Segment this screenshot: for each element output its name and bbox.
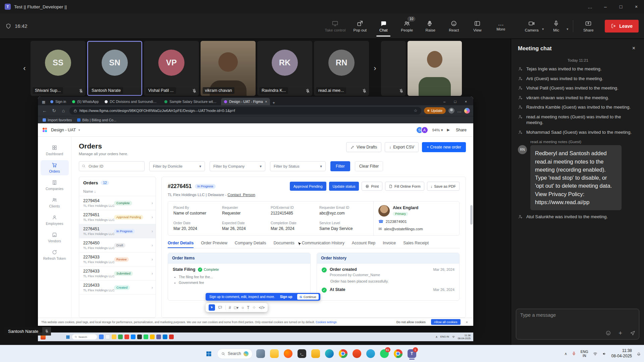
app-icon[interactable] <box>137 335 142 339</box>
participant-tile[interactable]: RN read.ai mee... <box>314 41 369 96</box>
send-icon[interactable] <box>630 330 636 336</box>
address-bar[interactable]: https://www.figma.com/design/9BKQ0FOHRWa… <box>69 107 421 115</box>
chat-button[interactable]: Chat <box>372 16 394 37</box>
message-input[interactable] <box>516 309 639 327</box>
app-icon[interactable] <box>144 335 148 339</box>
volume-icon[interactable] <box>602 351 607 356</box>
participant-tile-partial[interactable] <box>381 41 406 96</box>
app-edge[interactable] <box>324 347 335 360</box>
print-button[interactable]: Print <box>362 182 382 191</box>
taskbar-clock[interactable]: 11:3808-04-2025 <box>611 348 632 359</box>
filter-button[interactable]: Filter <box>330 161 350 171</box>
tab-close-icon[interactable]: × <box>265 100 267 104</box>
browser-tab[interactable]: Design - UAT - Figma × <box>221 98 270 105</box>
scroll-left-icon[interactable]: ‹ <box>20 64 29 73</box>
contact-person-link[interactable]: Contact_Person <box>227 193 255 197</box>
order-detail-tab[interactable]: Account Rep <box>352 241 375 248</box>
order-row[interactable]: 2278433 TL Flex Holdings LLC Review › <box>79 252 156 266</box>
clear-filter-button[interactable]: Clear Filter <box>355 161 383 171</box>
actions-tool-icon[interactable]: ⁘ <box>253 305 256 310</box>
order-id-input[interactable] <box>79 161 145 171</box>
refresh-icon[interactable]: ↻ <box>51 108 57 113</box>
favorite-item[interactable]: Bills | Billing and Co... <box>77 118 116 122</box>
sidebar-item-vendors[interactable]: Vendors <box>41 230 69 245</box>
emoji-icon[interactable] <box>605 330 611 336</box>
share-button[interactable]: Share <box>577 16 599 37</box>
shared-language-indicator[interactable]: ENG IN <box>440 336 449 338</box>
window-menu-icon[interactable]: … <box>582 0 598 13</box>
order-detail-tab[interactable]: Order Preview <box>201 241 227 248</box>
app-photos[interactable] <box>255 347 266 360</box>
browser-menu-icon[interactable]: … <box>457 108 462 113</box>
order-row[interactable]: 2216433 TL Flex Holdings LLC Created › <box>79 281 156 295</box>
shared-search-box[interactable]: Search <box>72 334 97 340</box>
app-whatsapp[interactable]: 81 <box>379 347 390 360</box>
app-terminal[interactable]: ›_ <box>296 347 308 360</box>
browser-tab[interactable]: (5) WhatsApp × <box>69 98 102 105</box>
approval-pending-button[interactable]: Approval Pending <box>290 182 326 191</box>
favorite-item[interactable]: Import favorites <box>43 118 72 122</box>
notification-bell-icon[interactable] <box>636 351 641 356</box>
order-row[interactable]: 2278433 TL Flex Holdings LLC Submitted › <box>79 266 156 281</box>
app-chrome[interactable] <box>337 347 349 360</box>
participant-tile[interactable]: VP Vishal Patil ... <box>144 41 199 96</box>
figma-share-button[interactable]: Share <box>454 127 469 133</box>
leave-button[interactable]: Leave <box>605 20 639 33</box>
start-button[interactable] <box>203 347 215 360</box>
app-file-explorer[interactable] <box>269 347 280 360</box>
tray-expand-icon[interactable]: ∧ <box>565 352 567 356</box>
filter-company-select[interactable]: Filter by Company▾ <box>210 161 265 171</box>
browser-close-icon[interactable]: × <box>461 98 471 105</box>
app-icon[interactable] <box>156 335 161 339</box>
collaborator-avatar[interactable]: A <box>421 126 428 134</box>
new-tab-icon[interactable]: + <box>270 100 277 105</box>
pop-out-button[interactable]: Pop out <box>349 16 371 37</box>
wifi-icon[interactable] <box>593 351 598 356</box>
move-tool-icon[interactable] <box>209 304 215 311</box>
app-icon[interactable] <box>169 335 174 339</box>
dev-mode-icon[interactable]: </> <box>259 305 265 310</box>
sign-up-button[interactable]: Sign up <box>278 295 294 299</box>
app-icon[interactable] <box>131 335 136 339</box>
name-column-header[interactable]: Name ↓ <box>79 188 156 196</box>
participant-tile[interactable]: SN Santosh Narate <box>87 41 142 96</box>
browser-tab[interactable]: Sign in × <box>47 98 69 105</box>
sidebar-item-companies[interactable]: Companies <box>41 178 69 193</box>
view-button[interactable]: View <box>466 16 488 37</box>
update-status-button[interactable]: Update status <box>329 182 359 191</box>
sidebar-item-employees[interactable]: Employees <box>41 213 69 228</box>
scroll-right-icon[interactable]: › <box>371 64 379 73</box>
filter-status-select[interactable]: Filter by Status▾ <box>270 161 326 171</box>
tab-actions-icon[interactable]: ▦ <box>40 99 47 105</box>
participant-tile[interactable]: SS Shivani Sup... <box>31 41 86 96</box>
app-icon[interactable] <box>163 335 167 339</box>
back-icon[interactable]: ← <box>41 108 48 113</box>
pen-tool-icon[interactable]: ○ <box>241 305 244 310</box>
app-telegram[interactable] <box>365 347 376 360</box>
participant-tile[interactable]: RK Ravindra K... <box>257 41 312 96</box>
save-as-pdf-button[interactable]: ↓ Save as PDF <box>427 182 460 191</box>
more-button[interactable]: … More <box>490 16 512 37</box>
frame-tool-icon[interactable]: # <box>229 305 231 310</box>
sidebar-item-clients[interactable]: Clients <box>41 195 69 210</box>
participant-tile[interactable]: vikram chavan <box>201 41 256 96</box>
raise-hand-button[interactable]: Raise <box>419 16 441 37</box>
order-row[interactable]: 2276450 TL Flex Holdings LLC Draft › <box>79 238 156 252</box>
fill-online-form-button[interactable]: Fill Online Form <box>385 182 424 191</box>
google-continue-button[interactable]: G Continue <box>297 294 318 300</box>
order-row[interactable]: 2276451 TL Flex Holdings LLC In Progress… <box>79 224 156 238</box>
tray-mic-icon[interactable] <box>572 351 576 356</box>
cookie-settings-link[interactable]: Cookies settings <box>316 320 336 324</box>
browser-maximize-icon[interactable]: □ <box>450 98 461 105</box>
app-firefox[interactable] <box>282 347 294 360</box>
export-csv-button[interactable]: ↓ Export CSV <box>385 142 419 152</box>
app-icon[interactable] <box>118 335 123 339</box>
bookmark-star-icon[interactable]: ☆ <box>414 108 417 113</box>
order-detail-tab[interactable]: Order Details <box>168 241 194 248</box>
close-button[interactable]: × <box>629 0 644 13</box>
home-icon[interactable]: ⌂ <box>60 108 67 113</box>
app-folder[interactable] <box>310 347 321 360</box>
browser-tab[interactable]: DC Divisions and Surroundings × <box>102 98 161 105</box>
sidebar-item-orders[interactable]: Orders <box>41 160 69 175</box>
profile-avatar[interactable] <box>448 108 454 114</box>
